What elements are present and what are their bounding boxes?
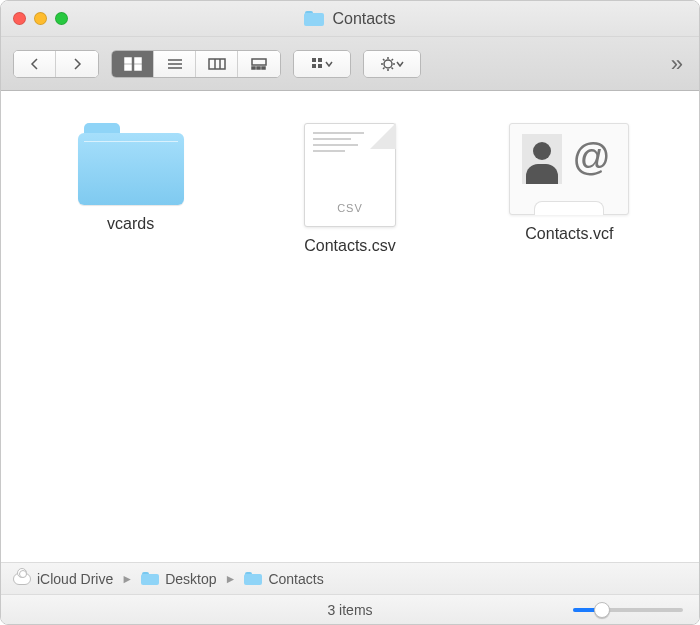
close-button[interactable] — [13, 12, 26, 25]
svg-rect-14 — [312, 58, 316, 62]
path-label: Desktop — [165, 571, 216, 587]
path-item-icloud[interactable]: iCloud Drive — [13, 571, 113, 587]
svg-rect-2 — [125, 65, 131, 70]
icon-size-slider[interactable] — [573, 608, 683, 612]
finder-window: Contacts — [0, 0, 700, 625]
cloud-icon — [13, 573, 31, 585]
svg-rect-17 — [318, 64, 322, 68]
svg-line-23 — [383, 59, 385, 61]
svg-rect-0 — [125, 58, 131, 63]
svg-rect-1 — [135, 58, 141, 63]
svg-rect-16 — [312, 64, 316, 68]
at-sign-icon: @ — [572, 136, 611, 179]
person-silhouette-icon — [522, 134, 562, 184]
status-text: 3 items — [327, 602, 372, 618]
item-file-vcf[interactable]: @ Contacts.vcf — [460, 123, 679, 243]
folder-icon — [304, 11, 324, 26]
path-label: iCloud Drive — [37, 571, 113, 587]
folder-icon — [78, 123, 184, 205]
folder-icon — [141, 572, 159, 585]
svg-rect-3 — [135, 65, 141, 70]
nav-buttons — [13, 50, 99, 78]
svg-rect-15 — [318, 58, 322, 62]
group-by-button[interactable] — [293, 50, 351, 78]
vcard-icon: @ — [509, 123, 629, 215]
gallery-view-button[interactable] — [238, 51, 280, 77]
group-by-icon — [294, 51, 350, 77]
toolbar: » — [1, 37, 699, 91]
path-item-contacts[interactable]: Contacts — [244, 571, 323, 587]
list-view-button[interactable] — [154, 51, 196, 77]
svg-rect-13 — [262, 67, 265, 69]
svg-line-24 — [392, 67, 394, 69]
item-folder[interactable]: vcards — [21, 123, 240, 233]
window-title: Contacts — [332, 10, 395, 28]
minimize-button[interactable] — [34, 12, 47, 25]
slider-thumb[interactable] — [594, 602, 610, 618]
svg-rect-10 — [252, 59, 266, 65]
chevron-right-icon: ► — [119, 572, 135, 586]
column-view-button[interactable] — [196, 51, 238, 77]
icon-view-button[interactable] — [112, 51, 154, 77]
status-bar: 3 items — [1, 594, 699, 624]
content-area[interactable]: vcards csv Contacts.csv @ Contacts.vcf — [1, 91, 699, 562]
svg-point-18 — [384, 60, 392, 68]
folder-icon — [244, 572, 262, 585]
path-bar: iCloud Drive ► Desktop ► Contacts — [1, 562, 699, 594]
slider-track — [573, 608, 683, 612]
document-icon: csv — [304, 123, 396, 227]
item-label: Contacts.csv — [304, 237, 396, 255]
item-label: vcards — [107, 215, 154, 233]
path-item-desktop[interactable]: Desktop — [141, 571, 216, 587]
svg-rect-7 — [209, 59, 225, 69]
titlebar: Contacts — [1, 1, 699, 37]
view-mode-buttons — [111, 50, 281, 78]
item-file-csv[interactable]: csv Contacts.csv — [240, 123, 459, 255]
svg-line-26 — [392, 59, 394, 61]
back-button[interactable] — [14, 51, 56, 77]
gear-icon — [364, 51, 420, 77]
toolbar-overflow-icon[interactable]: » — [667, 51, 687, 77]
file-extension-label: csv — [305, 202, 395, 214]
path-label: Contacts — [268, 571, 323, 587]
title-center: Contacts — [1, 10, 699, 28]
svg-line-25 — [383, 67, 385, 69]
action-button[interactable] — [363, 50, 421, 78]
traffic-lights — [13, 12, 68, 25]
maximize-button[interactable] — [55, 12, 68, 25]
item-label: Contacts.vcf — [525, 225, 613, 243]
svg-rect-11 — [252, 67, 255, 69]
chevron-right-icon: ► — [223, 572, 239, 586]
svg-rect-12 — [257, 67, 260, 69]
forward-button[interactable] — [56, 51, 98, 77]
